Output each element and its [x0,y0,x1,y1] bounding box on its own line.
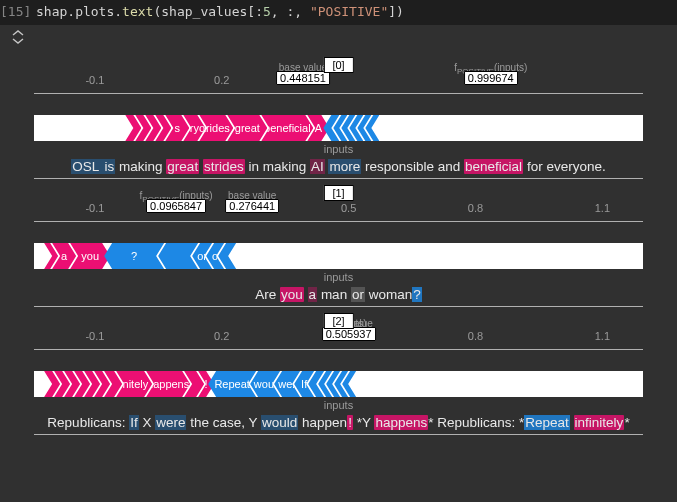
divider [34,306,643,307]
token: responsible and [361,159,464,174]
token: a [308,287,318,302]
axis-tick: 1.1 [595,202,610,214]
divider [34,178,643,179]
token: beneficial [464,159,523,174]
force-chevron-positive: beneficial [261,115,313,141]
token: Repeat [524,415,570,430]
force-chevron-positive: happens [146,371,190,397]
base-value-callout: 0.276441 [225,199,279,213]
token: OSL [71,159,103,174]
plot-index-badge: [1] [323,185,353,201]
axis-tick: -0.1 [85,202,104,214]
token: infinitely [574,415,625,430]
token: making [115,159,166,174]
axis-tick: -0.1 [85,74,104,86]
base-value-callout: 0.448151 [276,71,330,85]
token: were [155,415,186,430]
token: woman [365,287,412,302]
token: *Y [353,415,375,430]
token: * [624,415,629,430]
token: the case, Y [186,415,261,430]
force-chevron-positive: great [227,115,267,141]
axis-tick: 0.5 [341,202,356,214]
force-chevron-negative: ? [104,243,164,269]
axis-tick: -0.1 [85,330,104,342]
token: Republicans: [47,415,129,430]
token: more [328,159,361,174]
force-chevron-negative: Repeat [208,371,256,397]
token: happens [374,415,428,430]
axis: -0.10.50.81.1base valuefPOSITIVE(inputs)… [34,221,643,243]
base-value-callout: 0.505937 [322,327,376,341]
force-bar: seryotridesgreatbeneficialA [34,115,643,141]
token: AI [310,159,325,174]
inputs-label: inputs [34,271,643,283]
force-bar: ayou?oro [34,243,643,269]
token: strides [203,159,245,174]
divider [34,434,643,435]
axis-tick: 0.8 [468,202,483,214]
axis-tick: 0.8 [468,330,483,342]
axis: -0.10.20.81.1base valuef(inputs)0.505937 [34,349,643,371]
token: you [280,287,304,302]
token: or [351,287,365,302]
token: If [129,415,139,430]
inputs-label: inputs [34,399,643,411]
sentence: OSL is making great strides in making AI… [34,159,643,174]
expand-output-icon[interactable] [10,29,26,45]
force-bar: initelyhappens!RepeatwoulwerIf [34,371,643,397]
axis: -0.10.20.8base valuefPOSITIVE(inputs)0.4… [34,93,643,115]
fx-value-callout: 0.999674 [464,71,518,85]
token: for everyone. [523,159,606,174]
code-cell: [15] shap.plots.text(shap_values[:5, :, … [0,0,677,25]
axis-tick: 1.1 [595,330,610,342]
token: in making [245,159,310,174]
token: would [261,415,298,430]
shap-text-plot: [1]-0.10.50.81.1base valuefPOSITIVE(inpu… [34,185,643,307]
sentence: Republicans: If X were the case, Y would… [34,415,643,430]
inputs-label: inputs [34,143,643,155]
output-area: [0]-0.10.20.8base valuefPOSITIVE(inputs)… [0,57,677,445]
sentence: Are you a man or woman? [34,287,643,302]
token: Are [255,287,280,302]
output-toolbar [0,25,677,51]
token: great [166,159,199,174]
token: ? [412,287,422,302]
plot-index-badge: [2] [323,313,353,329]
shap-text-plot: [0]-0.10.20.8base valuefPOSITIVE(inputs)… [34,57,643,179]
token: man [317,287,351,302]
axis-tick: 0.2 [214,74,229,86]
shap-text-plot: [2]-0.10.20.81.1base valuef(inputs)0.505… [34,313,643,435]
token: X [139,415,156,430]
code-line[interactable]: shap.plots.text(shap_values[:5, :, "POSI… [36,4,404,19]
plot-index-badge: [0] [323,57,353,73]
token: happen [298,415,347,430]
token: is [104,159,116,174]
execution-count: [15] [0,4,36,19]
axis-tick: 0.2 [214,330,229,342]
fx-value-callout: 0.0965847 [146,199,206,213]
token: * Republicans: * [428,415,524,430]
